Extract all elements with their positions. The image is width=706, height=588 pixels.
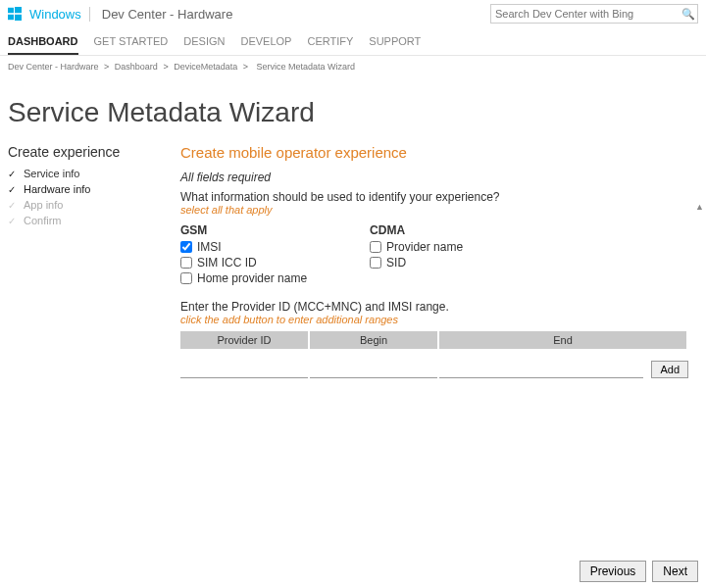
checkbox-imsi[interactable]: IMSI xyxy=(180,239,307,255)
checkbox-sid-input[interactable] xyxy=(370,257,381,269)
svg-rect-3 xyxy=(15,15,22,21)
tab-design[interactable]: DESIGN xyxy=(183,29,225,55)
breadcrumb: Dev Center - Hardware > Dashboard > Devi… xyxy=(0,56,706,77)
brand-link[interactable]: Windows xyxy=(29,7,90,22)
step-confirm[interactable]: ✓ Confirm xyxy=(8,213,145,228)
windows-logo-icon xyxy=(8,7,22,21)
step-label: App info xyxy=(24,199,63,211)
primary-nav: DASHBOARD GET STARTED DESIGN DEVELOP CER… xyxy=(0,25,706,55)
wizard-title: Create experience xyxy=(8,144,145,160)
svg-rect-0 xyxy=(8,8,14,13)
question-identify: What information should be used to ident… xyxy=(180,190,688,204)
checkbox-sid[interactable]: SID xyxy=(370,255,463,270)
checkbox-label: SIM ICC ID xyxy=(197,256,257,270)
required-note: All fields required xyxy=(180,171,688,184)
tab-certify[interactable]: CERTIFY xyxy=(307,29,353,55)
search-box[interactable]: 🔍 xyxy=(490,4,698,24)
crumb-current: Service Metadata Wizard xyxy=(257,62,356,72)
subbrand-link[interactable]: Dev Center - Hardware xyxy=(96,7,233,22)
crumb-sep: > xyxy=(163,62,168,72)
question-provider-id: Enter the Provider ID (MCC+MNC) and IMSI… xyxy=(180,300,688,314)
step-label: Hardware info xyxy=(24,183,90,195)
input-begin[interactable] xyxy=(310,363,437,378)
crumb-dashboard[interactable]: Dashboard xyxy=(115,62,158,72)
form-panel: Create mobile operator experience All fi… xyxy=(180,144,698,378)
input-provider-id[interactable] xyxy=(180,363,308,378)
step-label: Service info xyxy=(24,168,79,179)
step-app-info[interactable]: ✓ App info xyxy=(8,197,145,213)
search-icon[interactable]: 🔍 xyxy=(680,8,697,21)
crumb-sep: > xyxy=(243,62,248,72)
svg-rect-1 xyxy=(15,7,22,13)
gsm-column: GSM IMSI SIM ICC ID Home provider name xyxy=(180,223,307,286)
check-icon: ✓ xyxy=(8,169,18,179)
checkbox-home-provider-name-input[interactable] xyxy=(180,272,192,284)
crumb-sep: > xyxy=(104,62,109,72)
top-header: Windows Dev Center - Hardware 🔍 xyxy=(0,0,706,25)
section-title: Create mobile operator experience xyxy=(180,144,688,161)
checkbox-label: Home provider name xyxy=(197,271,307,285)
col-end: End xyxy=(439,331,686,349)
crumb-devicemetadata[interactable]: DeviceMetadata xyxy=(174,62,237,72)
wizard-sidebar: Create experience ✓ Service info ✓ Hardw… xyxy=(8,144,145,378)
tab-get-started[interactable]: GET STARTED xyxy=(94,29,169,55)
scroll-up-icon[interactable]: ▲ xyxy=(695,202,704,212)
gsm-heading: GSM xyxy=(180,223,307,237)
checkbox-imsi-input[interactable] xyxy=(180,241,192,253)
checkbox-label: IMSI xyxy=(197,240,222,254)
checkbox-label: SID xyxy=(386,256,406,270)
step-service-info[interactable]: ✓ Service info xyxy=(8,166,145,181)
step-label: Confirm xyxy=(24,215,62,226)
hint-select-all: select all that apply xyxy=(180,204,688,216)
search-input[interactable] xyxy=(491,6,680,22)
tab-support[interactable]: SUPPORT xyxy=(369,29,421,55)
tab-dashboard[interactable]: DASHBOARD xyxy=(8,29,78,55)
crumb-dev-center[interactable]: Dev Center - Hardware xyxy=(8,62,99,72)
svg-rect-2 xyxy=(8,15,14,20)
checkbox-provider-name[interactable]: Provider name xyxy=(370,239,463,255)
cdma-column: CDMA Provider name SID xyxy=(370,223,463,286)
wizard-footer: Previous Next xyxy=(580,561,698,582)
check-icon: ✓ xyxy=(8,200,18,211)
checkbox-sim-icc-id-input[interactable] xyxy=(180,257,192,269)
add-button[interactable]: Add xyxy=(651,361,688,378)
next-button[interactable]: Next xyxy=(652,561,698,582)
hint-add-ranges: click the add button to enter additional… xyxy=(180,314,688,325)
checkbox-label: Provider name xyxy=(386,240,463,254)
previous-button[interactable]: Previous xyxy=(580,561,647,582)
col-provider-id: Provider ID xyxy=(180,331,308,349)
check-icon: ✓ xyxy=(8,184,18,195)
checkbox-provider-name-input[interactable] xyxy=(370,241,381,253)
step-hardware-info[interactable]: ✓ Hardware info xyxy=(8,181,145,197)
checkbox-home-provider-name[interactable]: Home provider name xyxy=(180,270,307,286)
table-header: Provider ID Begin End xyxy=(180,331,688,349)
range-table: Provider ID Begin End Add xyxy=(180,331,688,378)
tab-develop[interactable]: DEVELOP xyxy=(240,29,291,55)
table-row: Add xyxy=(180,361,688,378)
page-title: Service Metadata Wizard xyxy=(0,77,706,132)
input-end[interactable] xyxy=(439,363,643,378)
col-begin: Begin xyxy=(310,331,437,349)
cdma-heading: CDMA xyxy=(370,223,463,237)
checkbox-sim-icc-id[interactable]: SIM ICC ID xyxy=(180,255,307,270)
check-icon: ✓ xyxy=(8,216,18,226)
